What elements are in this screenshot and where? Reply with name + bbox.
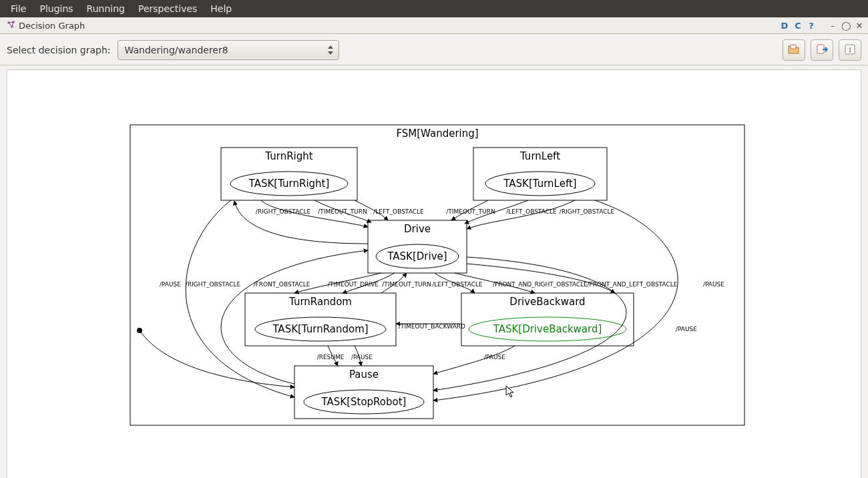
node-drivebackward-task: TASK[DriveBackward] xyxy=(493,323,602,335)
node-turnrandom-title: TurnRandom xyxy=(288,296,352,308)
app-menubar: File Plugins Running Perspectives Help xyxy=(0,0,868,17)
menu-help[interactable]: Help xyxy=(204,1,238,17)
edge-drive-driveback-left: /FRONT_AND_LEFT_OBSTACLE xyxy=(467,264,678,293)
graph-selector-value: Wandering/wanderer8 xyxy=(125,45,228,55)
menu-perspectives[interactable]: Perspectives xyxy=(132,1,204,17)
tab-label: Decision Graph xyxy=(19,21,85,31)
node-turnright-task: TASK[TurnRight] xyxy=(248,178,330,190)
node-turnright-title: TurnRight xyxy=(264,150,312,162)
edge-drive-turnleft: /LEFT_OBSTACLE xyxy=(432,273,483,293)
node-drivebackward[interactable]: DriveBackward TASK[DriveBackward] xyxy=(461,293,634,346)
titlebar-icon-d[interactable]: D xyxy=(780,21,789,31)
titlebar-icon-c[interactable]: C xyxy=(793,21,803,31)
folder-open-icon xyxy=(787,43,801,57)
node-pause-title: Pause xyxy=(349,369,379,381)
svg-text:/RIGHT_OBSTACLE: /RIGHT_OBSTACLE xyxy=(560,208,615,215)
fsm-title: FSM[Wandering] xyxy=(396,128,478,140)
node-drive[interactable]: Drive TASK[Drive] xyxy=(368,220,467,273)
svg-text:/TIMEOUT_DRIVE: /TIMEOUT_DRIVE xyxy=(328,281,379,288)
edge-driveback-pause: /PAUSE xyxy=(433,346,515,374)
decision-graph-svg: FSM[Wandering] TurnRight TASK[TurnRight]… xyxy=(7,70,861,478)
edge-turnright-drive-timeout-turn: /TIMEOUT_TURN xyxy=(314,200,371,222)
toolbar: Select decision graph: Wandering/wandere… xyxy=(0,34,868,65)
node-turnrandom-task: TASK[TurnRandom] xyxy=(272,323,368,335)
info-icon: 1 xyxy=(844,43,856,57)
tab-decision-graph[interactable]: Decision Graph xyxy=(0,19,91,33)
svg-text:/FRONT_AND_RIGHT_OBSTACLE: /FRONT_AND_RIGHT_OBSTACLE xyxy=(493,281,588,288)
svg-text:/PAUSE: /PAUSE xyxy=(160,281,181,288)
svg-text:/LEFT_OBSTACLE: /LEFT_OBSTACLE xyxy=(432,281,483,288)
svg-text:/TIMEOUT_BACKWARD: /TIMEOUT_BACKWARD xyxy=(399,323,465,330)
svg-text:/TIMEOUT_TURN: /TIMEOUT_TURN xyxy=(446,208,495,215)
node-turnleft-title: TurnLeft xyxy=(519,150,560,162)
node-drivebackward-title: DriveBackward xyxy=(509,296,585,308)
svg-text:1: 1 xyxy=(848,45,852,53)
svg-rect-3 xyxy=(791,45,796,49)
export-icon xyxy=(815,43,829,57)
node-turnrandom[interactable]: TurnRandom TASK[TurnRandom] xyxy=(245,293,396,346)
graph-canvas[interactable]: FSM[Wandering] TurnRight TASK[TurnRight]… xyxy=(7,69,861,478)
svg-text:/PAUSE: /PAUSE xyxy=(351,354,373,361)
window-maximize[interactable]: ◯ xyxy=(841,21,851,31)
edge-turnrandom-pause-pause: /PAUSE xyxy=(351,346,373,366)
help-icon[interactable]: ? xyxy=(807,21,816,31)
svg-text:/LEFT_OBSTACLE: /LEFT_OBSTACLE xyxy=(506,208,557,215)
svg-text:/TIMEOUT_TURN: /TIMEOUT_TURN xyxy=(382,281,431,288)
window-close[interactable]: ✕ xyxy=(855,21,864,31)
svg-text:/PAUSE: /PAUSE xyxy=(703,281,724,288)
svg-text:/RIGHT_OBSTACLE: /RIGHT_OBSTACLE xyxy=(256,208,311,215)
svg-text:/PAUSE: /PAUSE xyxy=(484,354,505,361)
window-minimize[interactable]: – xyxy=(828,21,837,31)
node-pause[interactable]: Pause TASK[StopRobot] xyxy=(294,366,433,419)
svg-text:/RESUME: /RESUME xyxy=(317,354,345,361)
properties-button[interactable]: 1 xyxy=(839,39,861,61)
svg-text:/RIGHT_OBSTACLE: /RIGHT_OBSTACLE xyxy=(186,281,241,288)
svg-text:/PAUSE: /PAUSE xyxy=(676,326,697,332)
svg-text:/TIMEOUT_TURN: /TIMEOUT_TURN xyxy=(318,208,367,215)
edge-turnleft-drive-timeout-turn: /TIMEOUT_TURN xyxy=(446,200,495,220)
node-turnright[interactable]: TurnRight TASK[TurnRight] xyxy=(221,148,357,200)
node-turnleft-task: TASK[TurnLeft] xyxy=(503,178,576,190)
node-pause-task: TASK[StopRobot] xyxy=(321,396,407,408)
node-turnleft[interactable]: TurnLeft TASK[TurnLeft] xyxy=(473,148,607,200)
edge-driveback-turnrandom: /TIMEOUT_BACKWARD xyxy=(396,323,465,330)
edge-turnrandom-pause-resume: /RESUME xyxy=(317,346,345,366)
graph-icon xyxy=(7,20,16,31)
export-button[interactable] xyxy=(811,39,833,61)
open-button[interactable] xyxy=(783,39,805,61)
select-graph-label: Select decision graph: xyxy=(7,45,111,55)
node-drive-task: TASK[Drive] xyxy=(387,250,447,262)
svg-text:/LEFT_OBSTACLE: /LEFT_OBSTACLE xyxy=(373,208,424,215)
tab-bar: Decision Graph D C ? – ◯ ✕ xyxy=(0,17,868,34)
menu-running[interactable]: Running xyxy=(80,1,132,17)
menu-plugins[interactable]: Plugins xyxy=(33,1,79,17)
menu-file[interactable]: File xyxy=(4,1,33,17)
svg-text:/FRONT_OBSTACLE: /FRONT_OBSTACLE xyxy=(254,281,310,288)
graph-selector[interactable]: Wandering/wanderer8 xyxy=(118,40,339,60)
node-drive-title: Drive xyxy=(404,223,431,235)
